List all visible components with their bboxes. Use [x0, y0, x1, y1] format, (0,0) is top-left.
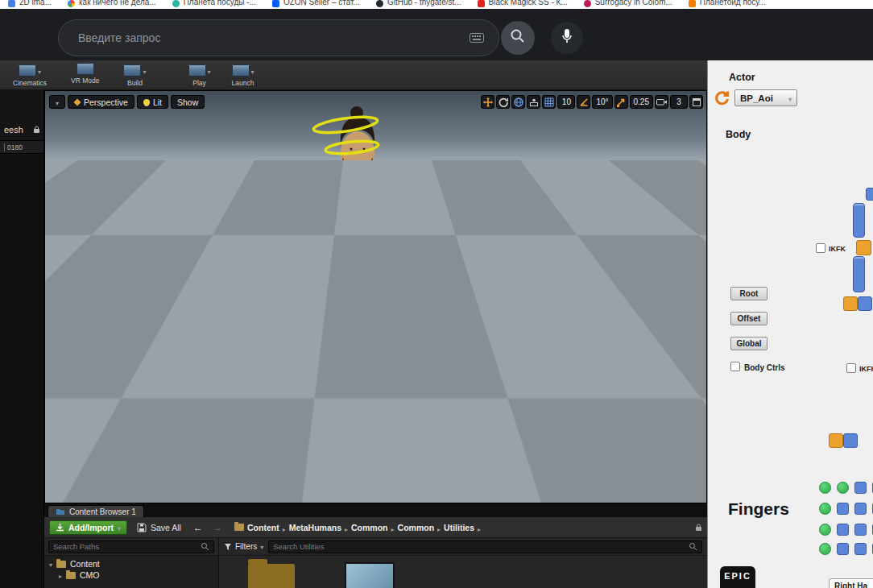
save-all-button[interactable]: Save All — [132, 520, 186, 535]
grid-snap-button[interactable] — [542, 95, 556, 109]
finger-control-square[interactable] — [854, 503, 867, 515]
cinematics-button[interactable]: Cinematics — [8, 60, 52, 87]
finger-control-square[interactable] — [854, 482, 867, 494]
spine-slider-control[interactable] — [853, 256, 865, 292]
spine-control-square[interactable] — [866, 188, 873, 201]
build-button[interactable]: Build — [118, 60, 151, 87]
scale-snap-value[interactable]: 0.25 — [630, 95, 653, 109]
search-assets-input[interactable] — [268, 540, 702, 553]
finger-control-square[interactable] — [854, 543, 867, 555]
left-panel-body — [0, 155, 44, 588]
refresh-actor-button[interactable] — [713, 89, 730, 110]
expander-icon[interactable] — [59, 570, 62, 580]
lock-icon[interactable] — [33, 122, 40, 137]
bookmark-item[interactable]: 2D ima... — [0, 0, 60, 9]
finger-control-square[interactable] — [837, 524, 849, 536]
global-button[interactable]: Global — [730, 337, 767, 350]
voice-search-button[interactable] — [551, 22, 583, 54]
grid-snap-value[interactable]: 10 — [557, 95, 575, 109]
filters-button[interactable]: Filters — [224, 542, 263, 551]
asset-folder-tile[interactable] — [248, 564, 295, 588]
search-assets-field[interactable] — [273, 542, 685, 551]
left-panel-item[interactable]: eesh — [0, 122, 44, 137]
world-space-button[interactable] — [511, 95, 525, 109]
import-icon — [56, 523, 64, 532]
breadcrumb-item[interactable]: Utilities — [444, 523, 474, 532]
play-button[interactable]: Play — [184, 60, 216, 87]
ikfk-switch-square[interactable] — [856, 240, 871, 255]
foot-control-square-orange[interactable] — [829, 433, 843, 448]
rotate-tool-button[interactable] — [496, 95, 510, 109]
finger-control-circle[interactable] — [819, 524, 831, 536]
expander-icon[interactable] — [49, 559, 52, 569]
hand-control-square-orange[interactable] — [843, 296, 858, 311]
finger-control-circle[interactable] — [819, 543, 831, 555]
scale-snap-button[interactable] — [614, 95, 628, 109]
keyboard-icon[interactable] — [470, 33, 484, 43]
bookmark-item[interactable]: Планета посуды -... — [164, 0, 264, 9]
translate-tool-button[interactable] — [481, 95, 494, 109]
vr-mode-button[interactable]: VR Mode — [66, 60, 104, 85]
bookmark-label: Планета посуды -... — [184, 0, 256, 9]
content-browser-tab[interactable]: Content Browser 1 — [48, 505, 144, 517]
bookmark-item[interactable]: Планетоид посу... — [681, 0, 774, 9]
search-button[interactable] — [501, 21, 535, 55]
forward-button[interactable]: → — [210, 522, 225, 533]
filters-label: Filters — [235, 542, 257, 551]
search-paths-field[interactable] — [53, 542, 197, 551]
ikfk-checkbox[interactable] — [816, 243, 825, 253]
camera-speed-value[interactable]: 3 — [670, 95, 688, 109]
bookmark-item[interactable]: OZON Seller – стат... — [264, 0, 368, 9]
show-menu-button[interactable]: Show — [171, 95, 205, 109]
level-viewport[interactable]: Z Y X Perspective Lit Show 10 10° 0.25 3 — [44, 90, 707, 503]
tree-item-content[interactable]: Content — [44, 558, 218, 569]
tree-item-cmo[interactable]: CMO — [44, 569, 218, 581]
bookmark-item[interactable]: Surrogacy in Colom... — [576, 0, 681, 9]
perspective-button[interactable]: Perspective — [68, 95, 134, 109]
finger-control-circle[interactable] — [837, 482, 849, 494]
play-icon — [188, 64, 206, 77]
lit-mode-button[interactable]: Lit — [137, 95, 168, 109]
lock-icon[interactable] — [695, 520, 702, 535]
breadcrumb-item[interactable]: Common — [351, 523, 388, 532]
breadcrumb-item[interactable]: Content — [247, 523, 279, 532]
viewport-options-button[interactable] — [49, 95, 65, 109]
back-button[interactable]: ← — [191, 522, 205, 533]
bookmark-item[interactable]: GitHub - thygate/st... — [368, 0, 470, 9]
asset-thumbnail-tile[interactable] — [345, 562, 395, 588]
maximize-viewport-button[interactable] — [689, 95, 703, 109]
foot-control-square-blue[interactable] — [843, 433, 858, 448]
root-button[interactable]: Root — [730, 287, 767, 300]
search-input[interactable] — [59, 31, 470, 44]
right-hand-button[interactable]: Right Ha — [829, 578, 873, 588]
bookmark-label: Планетоид посу... — [700, 0, 766, 9]
spine-slider-control[interactable] — [853, 203, 865, 238]
add-import-button[interactable]: Add/Import — [49, 520, 127, 535]
finger-control-circle[interactable] — [819, 482, 831, 494]
finger-control-square[interactable] — [837, 543, 849, 555]
actor-picker-dropdown[interactable]: BP_Aoi — [734, 89, 797, 106]
offset-button[interactable]: Offset — [730, 312, 767, 325]
hand-control-square-blue[interactable] — [858, 296, 872, 311]
body-ctrls-checkbox[interactable] — [730, 362, 740, 371]
camera-speed-button[interactable] — [655, 95, 668, 109]
breadcrumb-item[interactable]: MetaHumans — [289, 523, 341, 532]
breadcrumb-item[interactable]: Common — [398, 523, 435, 532]
rotation-snap-value[interactable]: 10° — [592, 95, 612, 109]
finger-control-square[interactable] — [854, 524, 867, 536]
search-paths-input[interactable] — [48, 540, 214, 553]
chevron-down-icon — [38, 63, 41, 77]
finger-control-square[interactable] — [837, 503, 849, 515]
rotation-snap-button[interactable] — [577, 95, 590, 109]
surface-snap-button[interactable] — [527, 95, 540, 109]
browser-search-band — [0, 9, 873, 60]
bookmark-item[interactable]: Black Magick SS - К... — [470, 0, 576, 9]
ikfk-right-checkbox[interactable] — [846, 363, 856, 373]
bookmark-item[interactable]: как ничего не дела... — [60, 0, 164, 9]
launch-button[interactable]: Launch — [227, 60, 259, 87]
finger-control-circle[interactable] — [819, 503, 831, 515]
bookmark-label: Black Magick SS - К... — [489, 0, 568, 9]
search-input-pill[interactable] — [58, 19, 499, 56]
left-panel-label: eesh — [4, 125, 30, 135]
lightbulb-icon — [143, 99, 150, 106]
